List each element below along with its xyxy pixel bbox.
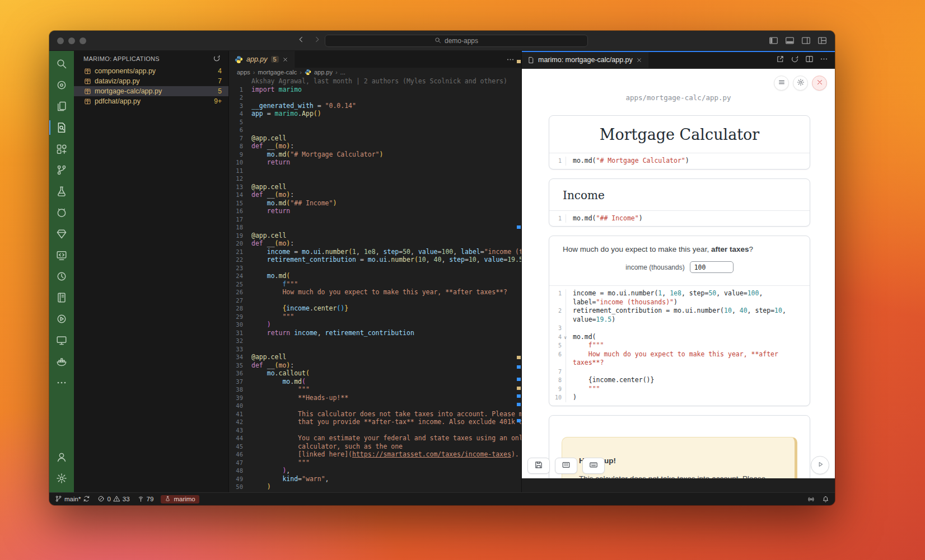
cell-output: How much do you expect to make this year…	[549, 236, 810, 285]
git-branch-icon[interactable]	[49, 159, 74, 181]
chat-icon[interactable]	[49, 74, 74, 96]
cell-code[interactable]: 1mo.md("## Income")	[549, 210, 810, 227]
toggle-panel-icon[interactable]	[785, 36, 795, 45]
search-icon	[435, 37, 441, 45]
editor-group-code: app.py 5 apps›mortgage-calc›app.py›... A…	[228, 51, 521, 492]
search-icon[interactable]	[49, 53, 74, 74]
command-center-search[interactable]: demo-apps	[325, 35, 588, 47]
code-line: 42 that you provide **after-tax** income…	[229, 418, 521, 426]
notebook-cell: Income1mo.md("## Income")	[549, 178, 810, 227]
editor-actions-more-icon[interactable]	[506, 51, 515, 68]
error-count: 0	[107, 496, 110, 502]
close-tab-icon[interactable]	[282, 57, 288, 63]
close-tab-icon[interactable]	[636, 57, 642, 63]
git-blame-line: Akshay Agrawal, last month | 2 authors (…	[229, 77, 521, 86]
cell-code[interactable]: 1income = mo.ui.number(1, 1e8, step=50, …	[549, 285, 810, 406]
ruler-mark	[517, 225, 521, 229]
code-line: 35def __(mo):	[229, 361, 521, 370]
nav-back-icon[interactable]	[297, 35, 305, 46]
code-line: 30 )	[229, 321, 521, 329]
breadcrumb-item[interactable]: mortgage-calc	[258, 69, 297, 76]
devices-icon[interactable]	[49, 330, 74, 351]
clock-icon[interactable]	[49, 266, 74, 287]
refresh-icon[interactable]	[213, 54, 221, 63]
ruler-mark	[517, 403, 521, 406]
minimize-window-button[interactable]	[68, 37, 75, 44]
gem-icon[interactable]	[49, 223, 74, 244]
split-editor-icon[interactable]	[805, 55, 814, 65]
code-editor[interactable]: Akshay Agrawal, last month | 2 authors (…	[229, 77, 521, 492]
tab-problem-badge: 5	[271, 56, 279, 63]
toggle-secondary-sidebar-icon[interactable]	[801, 36, 811, 45]
file-search-icon[interactable]	[49, 117, 74, 138]
zoom-window-button[interactable]	[80, 37, 86, 44]
breadcrumb-item[interactable]: app.py	[314, 69, 333, 76]
status-branch[interactable]: main*	[55, 495, 90, 503]
status-ports[interactable]: 79	[137, 495, 154, 503]
sidebar-item-dataviz-app-py[interactable]: dataviz/app.py7	[74, 76, 228, 86]
customize-layout-icon[interactable]	[817, 36, 827, 45]
code-line: 21 income = mo.ui.number(1, 1e8, step=50…	[229, 248, 521, 256]
toggle-primary-sidebar-icon[interactable]	[769, 36, 778, 45]
sidebar-item-mortgage-calc-app-py[interactable]: mortgage-calc/app.py5	[74, 86, 228, 96]
run-icon[interactable]	[49, 308, 74, 330]
code-line: 29 """	[229, 313, 521, 321]
code-line: 17	[229, 215, 521, 224]
open-external-icon[interactable]	[776, 55, 784, 65]
window-controls	[57, 37, 86, 44]
files-icon[interactable]	[49, 96, 74, 117]
code-line: 15 mo.md("## Income")	[229, 199, 521, 208]
code-line: 40	[229, 402, 521, 410]
more-actions-icon[interactable]	[820, 55, 828, 65]
notebook-icon[interactable]	[49, 287, 74, 308]
cells-panel-button[interactable]	[555, 458, 577, 474]
code-line: 34@app.cell	[229, 353, 521, 361]
keyboard-shortcuts-button[interactable]	[582, 458, 605, 474]
warning-count: 33	[123, 496, 130, 502]
broadcast-icon[interactable]	[807, 496, 815, 503]
remote-window-icon[interactable]	[49, 244, 74, 266]
breadcrumb-item[interactable]: apps	[237, 69, 250, 76]
beaker-icon[interactable]	[49, 181, 74, 202]
status-marimo[interactable]: marimo	[161, 495, 199, 503]
notebook-settings-button[interactable]	[793, 76, 808, 91]
more-icon[interactable]	[49, 372, 74, 393]
gear-icon[interactable]	[49, 468, 74, 489]
code-line: 39 **Heads-up!**	[229, 394, 521, 402]
overview-ruler	[516, 51, 521, 492]
sidebar-item-pdfchat-app-py[interactable]: pdfchat/app.py9+	[74, 96, 228, 106]
reload-icon[interactable]	[791, 55, 799, 65]
nav-forward-icon[interactable]	[313, 35, 321, 46]
account-icon[interactable]	[49, 446, 74, 468]
bell-icon[interactable]	[822, 496, 829, 503]
income-input[interactable]	[690, 261, 734, 273]
save-notebook-button[interactable]	[527, 458, 550, 474]
code-line: 33	[229, 345, 521, 354]
breadcrumb-item[interactable]: ...	[340, 69, 345, 76]
shapes-icon[interactable]	[49, 138, 74, 159]
close-window-button[interactable]	[57, 37, 64, 44]
code-line: 2	[229, 93, 521, 102]
cell-code[interactable]: 1mo.md("# Mortgage Calculator")	[549, 153, 810, 169]
notebook-menu-button[interactable]	[774, 76, 789, 91]
notebook-shutdown-button[interactable]	[812, 76, 827, 91]
sidebar-item-components-app-py[interactable]: components/app.py4	[74, 66, 228, 76]
git-branch-icon	[55, 495, 62, 503]
status-problems[interactable]: 0 33	[97, 495, 129, 503]
tab-marimo-preview[interactable]: marimo: mortgage-calc/app.py	[522, 52, 648, 68]
flask-icon	[165, 496, 171, 503]
run-notebook-button[interactable]	[811, 456, 829, 474]
tab-app-py[interactable]: app.py 5	[229, 51, 295, 68]
docker-icon[interactable]	[49, 351, 74, 372]
github-icon[interactable]	[49, 202, 74, 223]
file-name: dataviz/app.py	[95, 77, 214, 85]
breadcrumb[interactable]: apps›mortgage-calc›app.py›...	[229, 68, 521, 77]
close-icon	[816, 78, 824, 88]
notebook-file-icon	[84, 78, 91, 85]
code-line: 49 kind="warn",	[229, 475, 521, 483]
status-bar: main* 0 33 79 marimo	[49, 492, 835, 505]
branch-name: main*	[64, 496, 81, 502]
marimo-label: marimo	[174, 496, 195, 502]
notebook-path: apps/mortgage-calc/app.py	[522, 93, 835, 102]
code-line: 47 """	[229, 459, 521, 467]
